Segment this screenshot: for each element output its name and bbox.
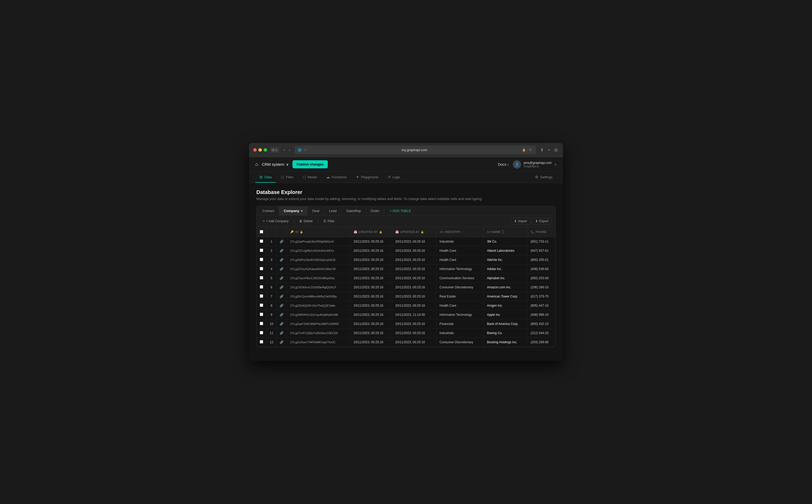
row-name[interactable]: Alphabet Inc. (484, 274, 527, 283)
row-edit-link[interactable]: 🔗 (276, 237, 287, 246)
app-name-btn[interactable]: CRM system ∨ (262, 162, 289, 167)
row-checkbox[interactable] (260, 303, 263, 307)
row-name[interactable]: Amgen Inc. (484, 301, 527, 310)
row-industry[interactable]: Industrials (436, 329, 484, 338)
row-edit-link[interactable]: 🔗 (276, 255, 287, 265)
row-checkbox[interactable] (260, 340, 263, 343)
row-phone[interactable]: (206) 266-10 (527, 283, 555, 292)
row-name[interactable]: Bank of America Corp. (484, 319, 527, 329)
row-edit-link[interactable]: 🔗 (276, 319, 287, 329)
row-updated-at[interactable]: 20/11/2023, 00:25:16 (392, 283, 436, 292)
export-button[interactable]: ⬇ Export (532, 218, 552, 225)
row-industry[interactable]: Consumer Discretionary (436, 338, 484, 347)
row-phone[interactable]: (408) 996-10 (527, 310, 555, 319)
row-updated-at[interactable]: 20/11/2023, 00:25:16 (392, 292, 436, 301)
new-tab-button[interactable]: + (547, 147, 551, 153)
sidebar-toggle[interactable]: ⊟ ∨ (270, 147, 279, 153)
row-checkbox[interactable] (260, 313, 263, 316)
row-phone[interactable]: (651) 733-11 (527, 237, 555, 246)
row-name[interactable]: Booking Holdings Inc. (484, 338, 527, 347)
th-name[interactable]: Aa NAME ▲ ▼ (484, 227, 527, 237)
row-updated-at[interactable]: 20/11/2023, 00:25:16 (392, 329, 436, 338)
home-icon[interactable]: ⌂ (255, 162, 258, 167)
table-tab-deal[interactable]: Deal (308, 206, 324, 215)
tab-data[interactable]: ⊞ Data (255, 172, 276, 183)
row-phone[interactable]: (800) 255-51 (527, 255, 555, 265)
th-id[interactable]: 🔑 ID 🔒 (287, 227, 350, 237)
row-industry[interactable]: Health Care (436, 246, 484, 255)
row-phone[interactable]: (847) 937-61 (527, 246, 555, 255)
row-edit-link[interactable]: 🔗 (276, 246, 287, 255)
row-updated-at[interactable]: 20/11/2023, 00:25:16 (392, 338, 436, 347)
row-name[interactable]: Adobe Inc. (484, 265, 527, 274)
row-industry[interactable]: Consumer Discretionary (436, 283, 484, 292)
row-updated-at[interactable]: 20/11/2023, 00:25:16 (392, 274, 436, 283)
minimize-button[interactable] (258, 148, 262, 152)
tab-overview-button[interactable]: ⊞ (553, 146, 559, 153)
row-name[interactable]: Amazon.com Inc. (484, 283, 527, 292)
row-created-at[interactable]: 20/11/2023, 00:25:16 (350, 292, 392, 301)
th-created-at[interactable]: 📅 CREATED AT 🔒 (350, 227, 392, 237)
row-phone[interactable]: (312) 544-20 (527, 329, 555, 338)
delete-button[interactable]: 🗑 Delete (297, 218, 315, 224)
table-tab-contact[interactable]: Contact (258, 206, 279, 215)
row-edit-link[interactable]: 🔗 (276, 283, 287, 292)
row-checkbox[interactable] (260, 331, 263, 334)
row-created-at[interactable]: 20/11/2023, 00:25:16 (350, 237, 392, 246)
row-phone[interactable]: (203) 299-80 (527, 338, 555, 347)
forward-button[interactable]: › (287, 147, 291, 153)
th-phone[interactable]: 📞 PHONE (527, 227, 555, 237)
th-updated-at[interactable]: 📅 UPDATED AT 🔒 ∨ (392, 227, 436, 237)
row-checkbox[interactable] (260, 322, 263, 325)
row-checkbox[interactable] (260, 267, 263, 270)
row-industry[interactable]: Health Care (436, 255, 484, 265)
share-button[interactable]: ⬆ (539, 146, 545, 153)
row-name[interactable]: Boeing Co. (484, 329, 527, 338)
tab-settings[interactable]: ⚙ Settings (531, 172, 557, 183)
docs-link[interactable]: Docs › (498, 162, 509, 167)
row-checkbox[interactable] (260, 276, 263, 279)
maximize-button[interactable] (264, 148, 267, 152)
address-bar[interactable] (309, 148, 520, 152)
tab-files[interactable]: ◻ Files (277, 172, 297, 183)
publish-button[interactable]: Publish changes (292, 160, 328, 168)
row-created-at[interactable]: 20/11/2023, 00:25:16 (350, 319, 392, 329)
user-info[interactable]: 👤 jens@graphapi.com GraphApi.io ∨ (513, 160, 557, 169)
reload-button[interactable]: ↻ (528, 147, 533, 153)
row-phone[interactable]: (805) 447-10 (527, 301, 555, 310)
row-updated-at[interactable]: 20/11/2023, 00:25:16 (392, 301, 436, 310)
row-edit-link[interactable]: 🔗 (276, 329, 287, 338)
row-name[interactable]: Abbott Laboratories (484, 246, 527, 255)
row-industry[interactable]: Information Technology (436, 265, 484, 274)
row-updated-at[interactable]: 20/11/2023, 00:25:16 (392, 246, 436, 255)
close-button[interactable] (253, 148, 257, 152)
row-updated-at[interactable]: 20/11/2023, 00:25:16 (392, 255, 436, 265)
table-tab-lead[interactable]: Lead (324, 206, 342, 215)
row-name[interactable]: 3M Co. (484, 237, 527, 246)
row-created-at[interactable]: 20/11/2023, 00:25:16 (350, 246, 392, 255)
table-tab-order[interactable]: Order (366, 206, 384, 215)
filter-button[interactable]: ☰ Filter (321, 218, 337, 224)
row-industry[interactable]: Information Technology (436, 310, 484, 319)
row-industry[interactable]: Health Care (436, 301, 484, 310)
back-button[interactable]: ‹ (282, 147, 286, 153)
row-edit-link[interactable]: 🔗 (276, 292, 287, 301)
row-edit-link[interactable]: 🔗 (276, 310, 287, 319)
select-all-checkbox[interactable] (260, 230, 263, 233)
row-industry[interactable]: Industrials (436, 237, 484, 246)
row-created-at[interactable]: 20/11/2023, 00:25:16 (350, 274, 392, 283)
row-edit-link[interactable]: 🔗 (276, 338, 287, 347)
row-industry[interactable]: Real Estate (436, 292, 484, 301)
row-updated-at[interactable]: 20/11/2023, 00:25:16 (392, 319, 436, 329)
row-updated-at[interactable]: 20/11/2023, 00:25:16 (392, 265, 436, 274)
row-checkbox[interactable] (260, 258, 263, 261)
table-tab-company[interactable]: Company ∨ (279, 206, 308, 215)
sort-arrows[interactable]: ▲ ▼ (502, 229, 504, 234)
import-button[interactable]: ⬆ Import (511, 218, 530, 225)
table-tab-salesrep[interactable]: SalesRep (342, 206, 366, 215)
row-industry[interactable]: Communication Services (436, 274, 484, 283)
row-name[interactable]: Apple Inc (484, 310, 527, 319)
row-checkbox[interactable] (260, 249, 263, 252)
row-created-at[interactable]: 20/11/2023, 00:25:16 (350, 301, 392, 310)
row-edit-link[interactable]: 🔗 (276, 265, 287, 274)
